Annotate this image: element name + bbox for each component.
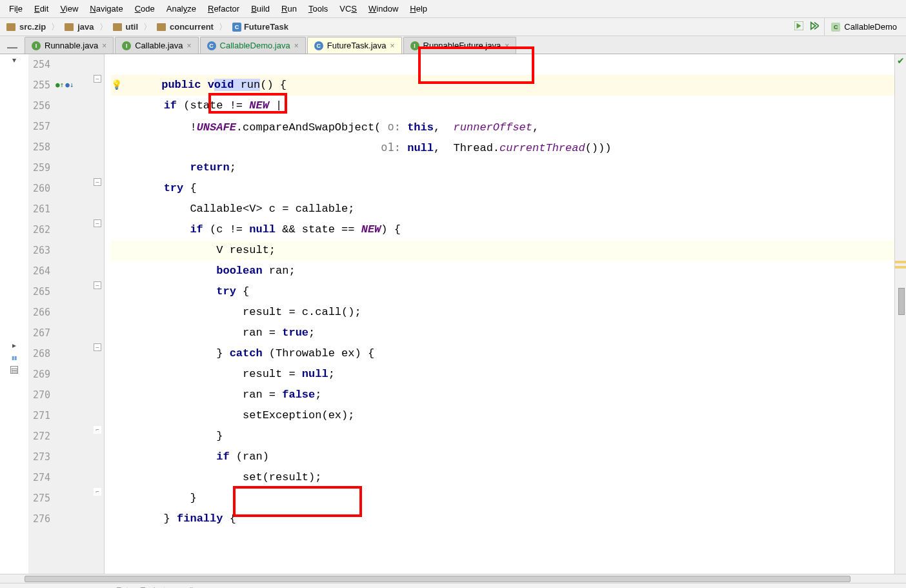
menu-run[interactable]: Run xyxy=(276,3,302,15)
line-number: 271 xyxy=(28,405,50,426)
folder-icon xyxy=(157,23,166,31)
folder-icon xyxy=(65,23,74,31)
code-line[interactable]: setException(ex); xyxy=(111,405,894,426)
code-line[interactable]: V result; xyxy=(111,240,894,261)
overridden-icon[interactable]: ●↓ xyxy=(65,75,74,96)
code-line[interactable]: return; xyxy=(111,157,894,178)
fold-end[interactable]: ⌐ xyxy=(94,426,101,434)
line-number: 260 xyxy=(28,178,50,199)
fold-toggle[interactable]: − xyxy=(94,178,101,186)
fold-toggle[interactable]: − xyxy=(94,75,101,83)
close-icon[interactable]: × xyxy=(505,41,509,50)
tab-callabledemo-java[interactable]: CCallableDemo.java× xyxy=(200,37,306,54)
line-number: 272 xyxy=(28,426,50,447)
editor-breadcrumbs: FutureTask 〉 run() xyxy=(0,583,906,588)
menu-build[interactable]: Build xyxy=(246,3,275,15)
close-icon[interactable]: × xyxy=(187,41,192,50)
close-icon[interactable]: × xyxy=(102,41,106,50)
line-number: 262 xyxy=(28,219,50,240)
tab-callable-java[interactable]: ICallable.java× xyxy=(115,37,198,54)
fold-toggle[interactable]: − xyxy=(94,219,101,227)
line-number: 258 xyxy=(28,137,50,157)
menu-file[interactable]: File xyxy=(4,3,28,15)
tab-runnablefuture-java[interactable]: IRunnableFuture.java× xyxy=(403,37,517,54)
fold-end[interactable]: ⌐ xyxy=(94,488,101,496)
menu-navigate[interactable]: Navigate xyxy=(85,3,128,15)
breadcrumb-java[interactable]: java xyxy=(61,22,97,32)
line-number: 261 xyxy=(28,199,50,219)
code-line[interactable]: o1: null, Thread.currentThread())) xyxy=(111,137,894,157)
editor-area: ▾ ▸ ▮▮ ▤ 2542552562572582592602612622632… xyxy=(0,54,906,574)
code-line[interactable]: if (c != null && state == NEW) { xyxy=(111,219,894,240)
intention-bulb-icon[interactable]: 💡 xyxy=(111,80,122,90)
code-line[interactable]: try { xyxy=(111,178,894,199)
menu-analyze[interactable]: Analyze xyxy=(161,3,201,15)
class-icon: C xyxy=(314,41,323,50)
breadcrumb-src.zip[interactable]: src.zip xyxy=(3,22,50,32)
bars-icon[interactable]: ▮▮ xyxy=(12,355,17,361)
chevron-down-icon[interactable]: ▾ xyxy=(12,56,16,65)
run-config-text: CallableDemo xyxy=(844,22,897,32)
menu-vcs[interactable]: VCS xyxy=(334,3,362,15)
close-icon[interactable]: × xyxy=(390,41,395,50)
h-scroll-thumb[interactable] xyxy=(25,576,851,582)
menu-help[interactable]: Help xyxy=(405,3,432,15)
collapse-button[interactable]: — xyxy=(0,42,25,54)
gutter-icons: ●↑●↓−−−−−⌐⌐ xyxy=(54,54,105,574)
chevron-right-icon[interactable]: ▸ xyxy=(12,341,16,350)
code-line[interactable]: } xyxy=(111,426,894,447)
code-line[interactable]: } finally { xyxy=(111,509,894,529)
menu-bar: FileEditViewNavigateCodeAnalyzeRefactorB… xyxy=(0,0,906,18)
code-line[interactable]: 💡 public void run() { xyxy=(111,75,894,96)
tab-futuretask-java[interactable]: CFutureTask.java× xyxy=(307,37,402,54)
breadcrumb-concurrent[interactable]: concurrent xyxy=(153,22,217,32)
code-line[interactable]: Callable<V> c = callable; xyxy=(111,199,894,219)
menu-window[interactable]: Window xyxy=(363,3,403,15)
code-line[interactable]: result = null; xyxy=(111,364,894,385)
tab-runnable-java[interactable]: IRunnable.java× xyxy=(25,37,114,54)
close-icon[interactable]: × xyxy=(294,41,299,50)
menu-code[interactable]: Code xyxy=(130,3,160,15)
class-icon: C xyxy=(232,23,241,32)
override-icon[interactable]: ●↑ xyxy=(55,75,64,96)
code-line[interactable]: if (ran) xyxy=(111,447,894,467)
select-config-icon[interactable] xyxy=(810,21,819,32)
run-icon[interactable] xyxy=(794,21,803,32)
line-number: 269 xyxy=(28,364,50,385)
line-number: 268 xyxy=(28,343,50,364)
run-config-label[interactable]: C CallableDemo xyxy=(824,18,903,35)
structure-icon[interactable]: ▤ xyxy=(10,366,18,374)
fold-toggle[interactable]: − xyxy=(94,343,101,351)
fold-toggle[interactable]: − xyxy=(94,281,101,289)
line-number: 273 xyxy=(28,447,50,467)
code-line[interactable]: } xyxy=(111,488,894,509)
line-number: 266 xyxy=(28,302,50,323)
code-line[interactable]: if (state != NEW || xyxy=(111,96,894,116)
code-line[interactable]: set(result); xyxy=(111,467,894,488)
code-line[interactable]: boolean ran; xyxy=(111,261,894,281)
code-line[interactable]: ran = true; xyxy=(111,323,894,343)
code-line[interactable]: try { xyxy=(111,281,894,302)
breadcrumb-util[interactable]: util xyxy=(109,22,143,32)
line-number: 264 xyxy=(28,261,50,281)
code-line[interactable] xyxy=(111,54,894,75)
scrollbar-thumb[interactable] xyxy=(898,288,905,315)
error-stripe[interactable]: ✔ xyxy=(894,54,906,574)
crumb-class[interactable]: FutureTask xyxy=(116,585,157,588)
code-editor[interactable]: 💡 public void run() { if (state != NEW |… xyxy=(105,54,894,574)
code-line[interactable]: result = c.call(); xyxy=(111,302,894,323)
code-line[interactable]: } catch (Throwable ex) { xyxy=(111,343,894,364)
menu-edit[interactable]: Edit xyxy=(29,3,54,15)
crumb-method[interactable]: run() xyxy=(176,585,194,588)
class-icon: C xyxy=(831,23,840,32)
menu-view[interactable]: View xyxy=(55,3,83,15)
code-line[interactable]: !UNSAFE.compareAndSwapObject( o: this, r… xyxy=(111,116,894,137)
breadcrumb-futuretask[interactable]: CFutureTask xyxy=(228,22,292,32)
menu-refactor[interactable]: Refactor xyxy=(203,3,245,15)
line-number: 263 xyxy=(28,240,50,261)
menu-tools[interactable]: Tools xyxy=(303,3,333,15)
inspection-ok-icon: ✔ xyxy=(897,56,905,66)
code-line[interactable]: ran = false; xyxy=(111,385,894,405)
horizontal-scrollbar[interactable] xyxy=(0,574,906,583)
line-number: 267 xyxy=(28,323,50,343)
